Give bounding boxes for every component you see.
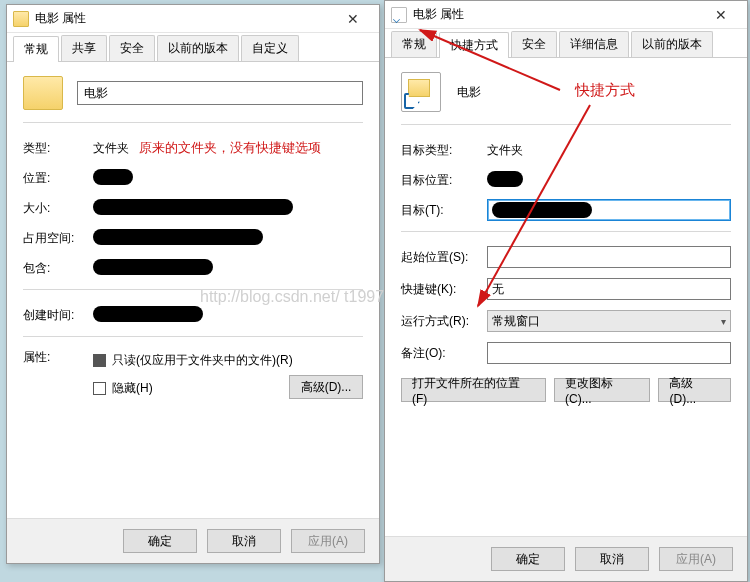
checkbox-readonly-label: 只读(仅应用于文件夹中的文件)(R) [112, 352, 293, 369]
shortcut-properties-dialog: 电影 属性 ✕ 常规 快捷方式 安全 详细信息 以前的版本 电影 目标类型: 文… [384, 0, 748, 582]
ok-button[interactable]: 确定 [491, 547, 565, 571]
name-input[interactable]: 电影 [77, 81, 363, 105]
tabstrip: 常规 共享 安全 以前的版本 自定义 [7, 33, 379, 62]
close-button[interactable]: ✕ [333, 8, 373, 30]
chevron-down-icon: ▾ [721, 316, 726, 327]
open-file-location-button[interactable]: 打开文件所在的位置(F) [401, 378, 546, 402]
redacted-location [93, 169, 133, 185]
tab-customize[interactable]: 自定义 [241, 35, 299, 61]
window-title: 电影 属性 [413, 6, 701, 23]
label-type: 类型: [23, 140, 93, 157]
tab-previous-versions[interactable]: 以前的版本 [157, 35, 239, 61]
label-shortcut-key: 快捷键(K): [401, 281, 487, 298]
target-input[interactable] [487, 199, 731, 221]
comment-input[interactable] [487, 342, 731, 364]
value-type: 文件夹 [93, 141, 129, 155]
tab-security[interactable]: 安全 [511, 31, 557, 57]
shortcut-key-input[interactable]: 无 [487, 278, 731, 300]
close-button[interactable]: ✕ [701, 4, 741, 26]
tab-content-general: 电影 类型: 文件夹 原来的文件夹，没有快捷键选项 位置: 大小: 占用空间: … [7, 62, 379, 409]
label-comment: 备注(O): [401, 345, 487, 362]
redacted-target-location [487, 171, 523, 187]
redacted-target [492, 202, 592, 218]
change-icon-button[interactable]: 更改图标(C)... [554, 378, 650, 402]
apply-button[interactable]: 应用(A) [291, 529, 365, 553]
label-start-in: 起始位置(S): [401, 249, 487, 266]
checkbox-readonly[interactable] [93, 354, 106, 367]
tab-details[interactable]: 详细信息 [559, 31, 629, 57]
cancel-button[interactable]: 取消 [207, 529, 281, 553]
label-size-on-disk: 占用空间: [23, 230, 93, 247]
advanced-button[interactable]: 高级(D)... [658, 378, 731, 402]
start-in-input[interactable] [487, 246, 731, 268]
tab-general[interactable]: 常规 [13, 36, 59, 62]
shortcut-name: 电影 [455, 80, 731, 105]
label-created: 创建时间: [23, 307, 93, 324]
run-value: 常规窗口 [492, 313, 540, 330]
label-contains: 包含: [23, 260, 93, 277]
folder-properties-dialog: 电影 属性 ✕ 常规 共享 安全 以前的版本 自定义 电影 类型: 文件夹 原来… [6, 4, 380, 564]
label-target-type: 目标类型: [401, 142, 487, 159]
apply-button[interactable]: 应用(A) [659, 547, 733, 571]
shortcut-large-icon [401, 72, 441, 112]
label-attributes: 属性: [23, 349, 93, 366]
label-target: 目标(T): [401, 202, 487, 219]
checkbox-hidden[interactable] [93, 382, 106, 395]
redacted-size [93, 199, 293, 215]
redacted-size-on-disk [93, 229, 263, 245]
label-target-location: 目标位置: [401, 172, 487, 189]
annotation-original-folder: 原来的文件夹，没有快捷键选项 [139, 140, 321, 155]
tab-shortcut[interactable]: 快捷方式 [439, 32, 509, 58]
titlebar[interactable]: 电影 属性 ✕ [7, 5, 379, 33]
label-size: 大小: [23, 200, 93, 217]
redacted-contains [93, 259, 213, 275]
run-dropdown[interactable]: 常规窗口 ▾ [487, 310, 731, 332]
label-location: 位置: [23, 170, 93, 187]
titlebar[interactable]: 电影 属性 ✕ [385, 1, 747, 29]
folder-icon [13, 11, 29, 27]
label-run: 运行方式(R): [401, 313, 487, 330]
folder-large-icon [23, 76, 63, 110]
tab-content-shortcut: 电影 目标类型: 文件夹 目标位置: 目标(T): 起始位置(S): 快捷键(K… [385, 58, 747, 412]
tabstrip: 常规 快捷方式 安全 详细信息 以前的版本 [385, 29, 747, 58]
tab-security[interactable]: 安全 [109, 35, 155, 61]
tab-general[interactable]: 常规 [391, 31, 437, 57]
window-title: 电影 属性 [35, 10, 333, 27]
tab-previous-versions[interactable]: 以前的版本 [631, 31, 713, 57]
tab-sharing[interactable]: 共享 [61, 35, 107, 61]
shortcut-icon [391, 7, 407, 23]
redacted-created [93, 306, 203, 322]
value-target-type: 文件夹 [487, 142, 731, 159]
ok-button[interactable]: 确定 [123, 529, 197, 553]
checkbox-hidden-label: 隐藏(H) [112, 380, 153, 397]
cancel-button[interactable]: 取消 [575, 547, 649, 571]
